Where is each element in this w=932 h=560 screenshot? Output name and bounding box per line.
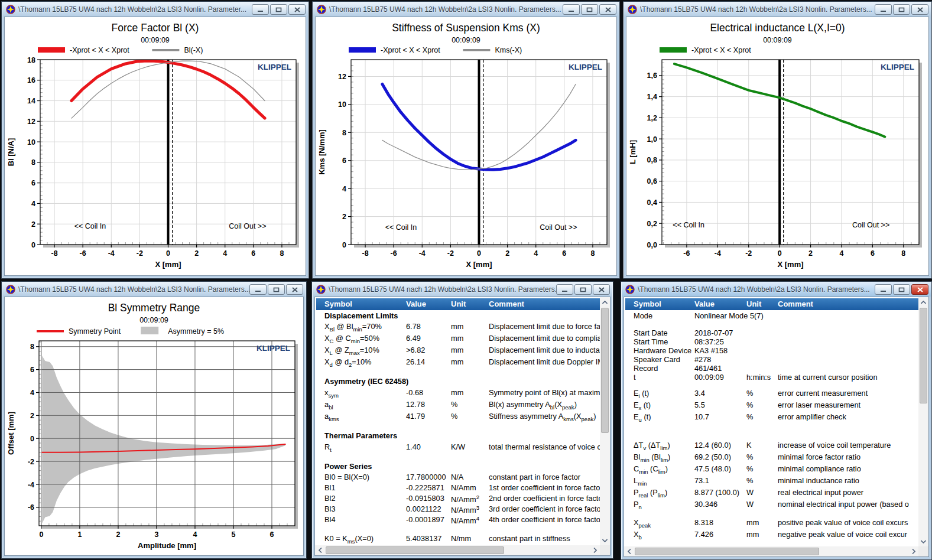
restore-button[interactable] (893, 284, 910, 295)
vertical-scrollbar[interactable] (600, 297, 610, 545)
horizontal-scroll-thumb[interactable] (635, 548, 819, 555)
table-cell: negative peak value of voice coil excur (778, 530, 907, 539)
scroll-left-icon[interactable] (315, 545, 325, 555)
svg-text:8: 8 (590, 249, 595, 258)
restore-button[interactable] (574, 284, 592, 295)
chart-title: Force Factor Bl (X) (112, 22, 199, 34)
table-cell: N/Amm3 (451, 504, 479, 515)
close-button[interactable] (593, 284, 610, 295)
vertical-scroll-thumb[interactable] (601, 308, 609, 433)
titlebar[interactable]: \Thomann 15LB75 UW4 nach 12h Wobbeln\2a … (2, 282, 306, 297)
window-title: \Thomann 15LB75 UW4 nach 12h Wobbeln\2a … (329, 5, 563, 14)
restore-icon (275, 7, 282, 12)
scroll-right-icon[interactable] (590, 545, 600, 555)
close-button[interactable] (911, 4, 928, 15)
scroll-up-icon[interactable] (600, 297, 610, 307)
table-row (316, 424, 600, 431)
table-cell: 4th order coefficient in force facto (489, 515, 600, 524)
table-row: XC @ Cmin=50%6.49mmDisplacement limit du… (316, 334, 600, 346)
table-cell: mm (451, 357, 463, 366)
titlebar[interactable]: \Thomann 15LB75 UW4 nach 12h Wobbeln\2a … (313, 2, 619, 17)
horizontal-scroll-thumb[interactable] (326, 546, 504, 554)
vertical-scrollbar[interactable] (918, 297, 928, 546)
close-button[interactable] (288, 4, 306, 15)
svg-text:3: 3 (154, 530, 158, 539)
coil-annotation: << Coil In (74, 222, 106, 230)
table-cell: % (451, 400, 457, 409)
titlebar[interactable]: \Thomann 15LB75 UW4 nach 12h Wobbeln\2a … (624, 2, 931, 17)
table-cell: 73.1 (694, 476, 709, 485)
close-button[interactable] (286, 284, 303, 295)
svg-text:-4: -4 (715, 249, 721, 258)
svg-text:-6: -6 (28, 503, 34, 512)
close-icon (917, 7, 923, 12)
minimize-button[interactable] (875, 284, 892, 295)
table-cell: -0.0915803 (406, 494, 444, 503)
window-title: \Thomann 15LB75 UW4 nach 12h Wobbeln\2a … (18, 285, 249, 294)
table-cell: positive peak value of voice coil excurs (778, 518, 908, 527)
table-cell: 12.4 (60.0) (694, 441, 731, 450)
table-row: XBl @ Blmin=70%6.78mmDisplacement limit … (316, 322, 600, 334)
svg-text:4: 4 (839, 249, 843, 258)
table-body: Displacement LimitsXBl @ Blmin=70%6.78mm… (316, 311, 600, 545)
minimize-button[interactable] (563, 4, 580, 15)
svg-text:10: 10 (338, 100, 346, 109)
table-cell: Bl4 (324, 515, 336, 524)
scroll-down-icon[interactable] (918, 536, 928, 546)
table-cell: Bl3 (324, 504, 336, 513)
svg-text:10: 10 (27, 138, 35, 146)
table-cell: % (746, 476, 753, 485)
table-cell: 26.14 (406, 357, 425, 366)
vertical-scroll-thumb[interactable] (920, 308, 927, 403)
table-cell: Start Time (634, 337, 668, 346)
titlebar[interactable]: \Thomann 15LB75 UW4 nach 12h Wobbeln\2a … (622, 282, 931, 297)
restore-button[interactable] (581, 4, 598, 15)
y-axis-label: Offset [mm] (7, 412, 15, 455)
svg-text:1,0: 1,0 (647, 135, 657, 144)
desktop: { "windows": { "w1": {"title": "\\Thoman… (0, 0, 932, 560)
svg-text:2: 2 (808, 249, 813, 258)
titlebar[interactable]: \Thomann 15LB75 UW4 nach 12h Wobbeln\2a … (313, 282, 612, 297)
table-section-row: Power Series (316, 462, 600, 473)
table-cell: 6.78 (406, 322, 421, 331)
x-axis-label: X [mm] (777, 260, 803, 269)
scroll-left-icon[interactable] (624, 546, 634, 556)
table-row (625, 432, 918, 441)
titlebar[interactable]: \Thomann 15LB75 UW4 nach 12h Wobbeln\2a … (2, 2, 308, 17)
table-row (625, 424, 918, 432)
restore-button[interactable] (268, 284, 285, 295)
table-cell: mm (451, 388, 463, 397)
table-cell: constant part in stiffness (489, 534, 570, 543)
table-cell: mm (451, 322, 463, 331)
svg-text:8: 8 (280, 249, 284, 258)
minimize-button[interactable] (875, 4, 892, 15)
table-row: Bl4-0.0001897N/Amm44th order coefficient… (316, 515, 600, 526)
scroll-up-icon[interactable] (918, 297, 928, 307)
close-button[interactable] (911, 284, 928, 295)
table-row: Xb7.426mmnegative peak value of voice co… (625, 530, 918, 542)
table-header: SymbolValueUnitComment (625, 298, 918, 310)
horizontal-scrollbar[interactable] (315, 545, 600, 555)
svg-text:12: 12 (27, 118, 35, 126)
chart-title: Stiffness of Suspension Kms (X) (392, 22, 540, 34)
table-header: SymbolValueUnitComment (316, 298, 600, 310)
table-cell: 12.78 (406, 400, 425, 409)
table-cell: % (746, 464, 753, 473)
table-cell: % (746, 452, 753, 461)
table-cell: 17.7800000 (406, 473, 446, 481)
close-button[interactable] (599, 4, 616, 15)
table-cell: 00:09:09 (694, 373, 724, 382)
minimize-button[interactable] (249, 284, 267, 295)
scroll-down-icon[interactable] (600, 535, 610, 545)
table-cell: W (746, 500, 754, 509)
horizontal-scrollbar[interactable] (624, 546, 918, 556)
restore-button[interactable] (270, 4, 287, 15)
minimize-button[interactable] (252, 4, 269, 15)
scroll-right-icon[interactable] (908, 546, 918, 556)
y-axis-label: Bl [N/A] (7, 138, 15, 167)
restore-button[interactable] (893, 4, 910, 15)
close-icon (917, 287, 923, 292)
svg-text:-4: -4 (28, 481, 34, 489)
minimize-button[interactable] (556, 284, 573, 295)
restore-icon (273, 287, 280, 292)
